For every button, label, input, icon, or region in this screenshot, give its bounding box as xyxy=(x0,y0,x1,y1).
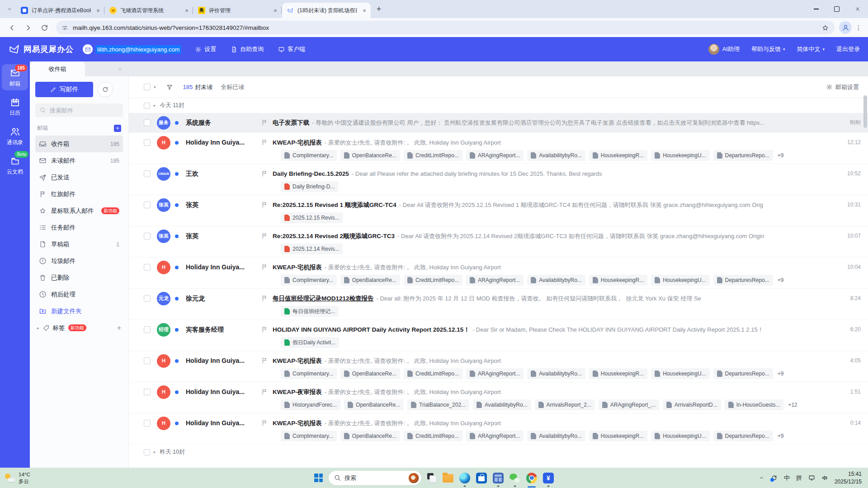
tags-row[interactable]: 标签 新功能 xyxy=(35,319,123,336)
flag-icon[interactable] xyxy=(261,295,268,302)
attachment-chip[interactable]: HousekeepingU... xyxy=(651,368,709,379)
account-switcher[interactable]: lilith.zhong@hihiexguiyang.com xyxy=(83,44,181,54)
ai-assistant-button[interactable]: AI助理 xyxy=(708,44,740,55)
language-menu[interactable]: 简体中文 xyxy=(797,45,825,53)
attachment-chip[interactable]: DeparturesRepo... xyxy=(713,150,773,161)
attachment-chip[interactable]: ARAgingReport... xyxy=(466,431,524,441)
browser-tab-2[interactable]: 美评价管理× xyxy=(193,3,282,18)
attachment-chip[interactable]: 每日值班经理记... xyxy=(281,306,339,317)
site-settings-icon[interactable] xyxy=(61,24,68,31)
attachment-chip[interactable]: ARAgingReport... xyxy=(466,275,524,286)
flag-icon[interactable] xyxy=(261,326,268,333)
browser-tab-1[interactable]: 飞猪酒店管理系统× xyxy=(105,3,193,18)
url-input[interactable] xyxy=(73,24,817,31)
help-feedback-menu[interactable]: 帮助与反馈 xyxy=(751,45,785,53)
tab-close-button[interactable]: × xyxy=(272,7,279,14)
group-checkbox[interactable] xyxy=(144,449,150,455)
email-row-5[interactable]: HHoliday Inn Guiya...KWEAP-宅机报表亲爱的女士/先生,… xyxy=(129,258,868,289)
attachment-chip[interactable]: ArrivalsReport_2... xyxy=(535,399,595,410)
attachment-chip[interactable]: Complimentary... xyxy=(281,431,337,441)
attachment-chip[interactable]: DeparturesRepo... xyxy=(713,431,773,441)
back-button[interactable] xyxy=(5,20,19,35)
attachment-chip[interactable]: ARAgingReport... xyxy=(466,150,524,161)
ime-mode-indicator[interactable]: 拼 xyxy=(796,474,802,482)
group-header-1[interactable]: 昨天 10封 xyxy=(129,445,868,460)
wechat-button[interactable] xyxy=(509,468,520,488)
select-all-checkbox[interactable] xyxy=(144,84,151,90)
calculator-button[interactable] xyxy=(493,468,504,488)
email-checkbox[interactable] xyxy=(144,202,151,208)
attachment-chip[interactable]: CreditLimitRepo... xyxy=(404,431,462,441)
attachment-chip[interactable]: 2025.12.15 Revis... xyxy=(281,212,343,223)
flag-icon[interactable] xyxy=(261,201,268,208)
browser-tab-0[interactable]: 订单点评·携程酒店eBooking× xyxy=(16,3,105,18)
mail-search-box[interactable] xyxy=(35,103,123,117)
attachment-chip[interactable]: HousekeepingR... xyxy=(589,368,647,379)
attachment-chip[interactable]: Complimentary... xyxy=(281,150,337,161)
attachment-chip[interactable]: OpenBalanceRe... xyxy=(340,150,400,161)
address-bar[interactable] xyxy=(56,21,835,34)
attachment-chip[interactable]: OpenBalanceRe... xyxy=(340,368,400,379)
attachment-chip[interactable]: AvailabilitybyRo... xyxy=(527,150,585,161)
reload-button[interactable] xyxy=(37,20,52,35)
email-checkbox[interactable] xyxy=(144,295,151,302)
flag-icon[interactable] xyxy=(261,388,268,395)
email-row-6[interactable]: 元龙徐元龙每日值班经理记录MOD1212检查报告Dear all: 附件为 20… xyxy=(129,289,868,320)
email-checkbox[interactable] xyxy=(144,233,151,239)
sidebar-folder-0[interactable]: 收件箱185 xyxy=(35,136,123,152)
attachment-chip[interactable]: OpenBalanceRe... xyxy=(344,399,404,410)
attachment-chip[interactable]: TrialBalance_202... xyxy=(407,399,469,410)
tab-close-button[interactable]: × xyxy=(361,7,368,14)
group-collapse-caret[interactable] xyxy=(153,450,156,455)
list-scrollbar[interactable] xyxy=(863,95,867,128)
rail-item-contacts[interactable]: 通讯录 xyxy=(2,123,28,149)
self-query-menu-item[interactable]: 自助查询 xyxy=(231,45,264,53)
attachment-chip[interactable]: CreditLimitRepo... xyxy=(404,368,462,379)
email-row-3[interactable]: 张英张英Re:2025.12.15 Revised 1 顺境添城GRC-TC4D… xyxy=(129,195,868,226)
taskbar-weather-widget[interactable]: 14°C 多云 xyxy=(5,471,30,485)
attachment-chip[interactable]: DeparturesRepo... xyxy=(713,368,773,379)
email-checkbox[interactable] xyxy=(144,264,151,271)
flag-icon[interactable] xyxy=(261,263,268,271)
attachment-chip[interactable]: AvailabilitybyRo... xyxy=(527,431,585,441)
flag-icon[interactable] xyxy=(261,119,268,126)
chrome-button[interactable] xyxy=(526,468,537,488)
tab-close-button[interactable]: × xyxy=(94,7,102,14)
filter-icon[interactable] xyxy=(166,84,173,91)
browser-tab-3[interactable]: (185封未读) 贵阳机场假日酒× xyxy=(282,3,371,18)
rail-item-calendar[interactable]: 15 日历 xyxy=(2,94,28,120)
attachment-chip[interactable]: CreditLimitRepo... xyxy=(404,150,462,161)
email-checkbox[interactable] xyxy=(144,326,151,333)
taskbar-search[interactable]: 搜索 xyxy=(329,471,421,485)
ime-language-indicator[interactable]: 中 xyxy=(784,474,790,482)
mark-all-read-button[interactable]: 全标已读 xyxy=(221,83,244,91)
window-minimize-button[interactable] xyxy=(806,0,826,18)
logout-button[interactable]: 退出登录 xyxy=(836,45,860,53)
attachment-chip[interactable]: Daily Briefing-D... xyxy=(281,181,338,192)
attachment-chip[interactable]: AvailabilitybyRo... xyxy=(527,275,585,286)
attachment-chip[interactable]: 假日Daily Activit... xyxy=(281,337,339,348)
mail-search-input[interactable] xyxy=(50,107,129,114)
browser-profile-button[interactable] xyxy=(839,21,852,34)
attachment-chip[interactable]: HousekeepingR... xyxy=(589,275,647,286)
bookmark-star-icon[interactable] xyxy=(821,24,829,32)
attachment-chip[interactable]: ArrivalsReportD... xyxy=(663,399,721,410)
email-row-7[interactable]: 经理宾客服务经理HOLIDAY INN GUIYANG AIRPORT Dail… xyxy=(129,320,868,351)
add-tag-button[interactable] xyxy=(117,324,121,332)
sidebar-folder-8[interactable]: 已删除 xyxy=(35,269,123,286)
email-checkbox[interactable] xyxy=(144,357,151,364)
attachment-chip[interactable]: ARAgingReport_... xyxy=(599,399,659,410)
add-folder-button[interactable] xyxy=(114,125,121,132)
flag-icon[interactable] xyxy=(261,232,268,239)
attachment-chip[interactable]: Complimentary... xyxy=(281,275,337,286)
flag-icon[interactable] xyxy=(261,170,268,177)
attachment-chip[interactable]: HousekeepingR... xyxy=(589,431,647,441)
attachment-chip[interactable]: Complimentary... xyxy=(281,368,337,379)
email-row-8[interactable]: HHoliday Inn Guiya...KWEAP-宅机报表亲爱的女士/先生,… xyxy=(129,351,868,382)
attachment-chip[interactable]: HistoryandForec... xyxy=(281,399,340,410)
tab-inbox[interactable]: 收件箱 xyxy=(30,61,85,76)
search-highlight-thumbnail[interactable] xyxy=(408,473,419,483)
sidebar-folder-6[interactable]: 草稿箱1 xyxy=(35,236,123,253)
email-row-2[interactable]: CM&W王欢Daily Briefing-Dec.15.2025Dear all… xyxy=(129,164,868,195)
sidebar-folder-3[interactable]: 红旗邮件 xyxy=(35,186,123,202)
